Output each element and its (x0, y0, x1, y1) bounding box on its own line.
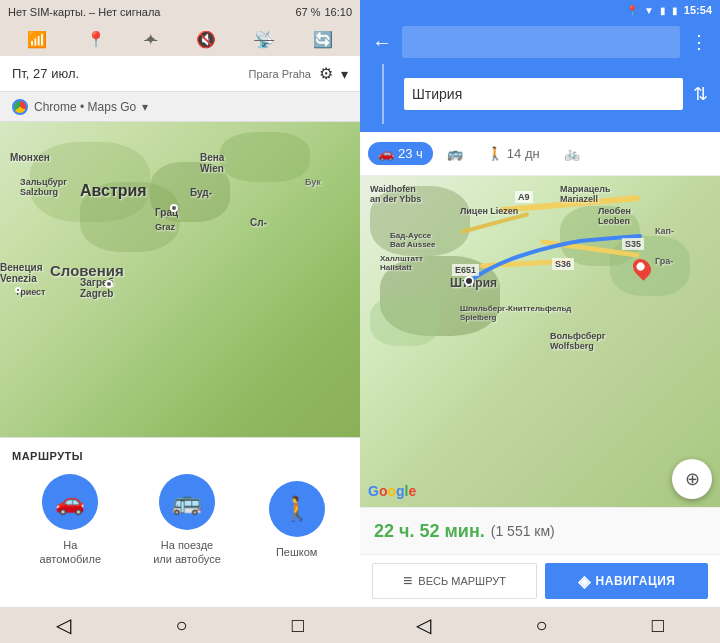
buc-label: Бук (305, 177, 321, 187)
road-e651 (461, 212, 530, 234)
chevron-down-icon[interactable]: ▾ (341, 66, 348, 82)
destination-input[interactable]: Штирия (404, 78, 683, 110)
road-s36 (480, 259, 570, 269)
swap-button[interactable]: ⇅ (689, 79, 712, 109)
left-panel: Нет SIM-карты. – Нет сигнала 67 % 16:10 … (0, 0, 360, 643)
tab-bike-icon: 🚲 (564, 146, 580, 161)
route-transit[interactable]: 🚌 На поезде или автобусе (152, 474, 222, 567)
wifi-status-icon: ▼ (644, 5, 654, 16)
menu-lines-icon: ≡ (403, 572, 412, 590)
action-bar: ≡ ВЕСЬ МАРШРУТ ◈ НАВИГАЦИЯ (360, 555, 720, 607)
tab-car-icon: 🚗 (378, 146, 394, 161)
nav-bar-left: ◁ ○ □ (0, 607, 360, 643)
route-walk-icon[interactable]: 🚶 (269, 481, 325, 537)
graz-dot (170, 204, 178, 212)
battery-level: 67 % (295, 6, 320, 18)
tab-walk[interactable]: 🚶 14 дн (477, 142, 550, 165)
route-car-label: На автомобиле (35, 538, 105, 567)
navigate-icon: ◈ (578, 572, 590, 591)
location-button[interactable]: ⊕ (672, 459, 712, 499)
three-dot-button[interactable]: ⋮ (686, 27, 712, 57)
time-right: 15:54 (684, 4, 712, 16)
route-transit-label: На поезде или автобусе (152, 538, 222, 567)
wolfsberg-label: ВольфсбергWolfsberg (550, 331, 606, 351)
navigate-button[interactable]: ◈ НАВИГАЦИЯ (545, 563, 708, 599)
a9-label: A9 (515, 191, 533, 203)
full-route-label: ВЕСЬ МАРШРУТ (418, 575, 506, 587)
back-nav-right-icon[interactable]: ◁ (416, 613, 431, 637)
rotate-icon: 🔄 (313, 30, 333, 49)
route-car[interactable]: 🚗 На автомобиле (35, 474, 105, 567)
venezia-label: ВенецияVenezia (0, 262, 43, 284)
trieste-dot (15, 287, 21, 293)
tab-transit-icon: 🚌 (447, 146, 463, 161)
tab-transit[interactable]: 🚌 (437, 142, 473, 165)
mute-icon: 🔇 (196, 30, 216, 49)
bluetooth-icon: ✦ (144, 30, 157, 49)
back-nav-icon[interactable]: ◁ (56, 613, 71, 637)
sim-status: Нет SIM-карты. – Нет сигнала (8, 6, 160, 18)
nav-bar-right: ◁ ○ □ (360, 607, 720, 643)
back-button[interactable]: ← (368, 27, 396, 58)
chrome-bar-label[interactable]: Chrome • Maps Go (34, 100, 136, 114)
time-left: 16:10 (324, 6, 352, 18)
chrome-logo (12, 99, 28, 115)
tab-walk-label: 14 дн (507, 146, 540, 161)
notification-bar: 📶 📍 ✦ 🔇 📡 🔄 (0, 24, 360, 56)
location-icon: 📍 (86, 30, 106, 49)
search-area: ← ⋮ Штирия ⇅ (360, 20, 720, 132)
routes-panel: МАРШРУТЫ 🚗 На автомобиле 🚌 На поезде или… (0, 437, 360, 607)
route-walk-label: Пешком (276, 545, 317, 559)
time-distance-bar: 22 ч. 52 мин. (1 551 км) (360, 507, 720, 555)
battery-status-icon: ▮ (672, 5, 678, 16)
travel-distance: (1 551 км) (491, 523, 555, 539)
routes-icons: 🚗 На автомобиле 🚌 На поезде или автобусе… (12, 474, 348, 567)
origin-input[interactable] (402, 26, 680, 58)
date-bar: Пт, 27 июл. Прага Praha ⚙ ▾ (0, 56, 360, 92)
wifi-icon: 📶 (27, 30, 47, 49)
google-logo: Google (368, 483, 416, 499)
home-nav-icon[interactable]: ○ (175, 614, 187, 637)
route-walk[interactable]: 🚶 Пешком (269, 481, 325, 559)
destination-pin (632, 258, 648, 278)
tab-car[interactable]: 🚗 23 ч (368, 142, 433, 165)
location-status-icon: 📍 (626, 5, 638, 16)
transport-tabs: 🚗 23 ч 🚌 🚶 14 дн 🚲 (360, 132, 720, 176)
destination-text: Штирия (412, 86, 462, 102)
location-crosshair-icon: ⊕ (685, 468, 700, 490)
routes-title: МАРШРУТЫ (12, 450, 348, 462)
route-car-icon[interactable]: 🚗 (42, 474, 98, 530)
tab-bike[interactable]: 🚲 (554, 142, 590, 165)
chevron-down-small-icon[interactable]: ▾ (142, 100, 148, 114)
recent-nav-right-icon[interactable]: □ (652, 614, 664, 637)
signal-status-icon: ▮ (660, 5, 666, 16)
zagreb-dot (105, 280, 113, 288)
tab-car-label: 23 ч (398, 146, 423, 161)
travel-time: 22 ч. 52 мин. (374, 521, 485, 542)
map-area-right[interactable]: Waidhofenan der Ybbs МариацельMariazell … (360, 176, 720, 507)
date-text: Пт, 27 июл. (12, 66, 79, 81)
gear-icon[interactable]: ⚙ (319, 64, 333, 83)
status-bar-left: Нет SIM-карты. – Нет сигнала 67 % 16:10 (0, 0, 360, 24)
map-area-left[interactable]: Австрия Мюнхен ЗальцбургSalzburg ВенаWie… (0, 122, 360, 437)
route-transit-icon[interactable]: 🚌 (159, 474, 215, 530)
origin-dot (464, 276, 474, 286)
city-label: Прага Praha (249, 68, 311, 80)
capfenberg-label: Кап- (655, 226, 674, 236)
recent-nav-icon[interactable]: □ (292, 614, 304, 637)
slovenia-label: Словения (50, 262, 124, 279)
sl-label: Сл- (250, 217, 267, 228)
tab-walk-icon: 🚶 (487, 146, 503, 161)
full-route-button[interactable]: ≡ ВЕСЬ МАРШРУТ (372, 563, 537, 599)
right-panel: 📍 ▼ ▮ ▮ 15:54 ← ⋮ Штирия ⇅ (360, 0, 720, 643)
home-nav-right-icon[interactable]: ○ (535, 614, 547, 637)
chrome-bar: Chrome • Maps Go ▾ (0, 92, 360, 122)
navigate-label: НАВИГАЦИЯ (596, 574, 676, 588)
signal-icon: 📡 (254, 30, 274, 49)
status-bar-right: 📍 ▼ ▮ ▮ 15:54 (360, 0, 720, 20)
